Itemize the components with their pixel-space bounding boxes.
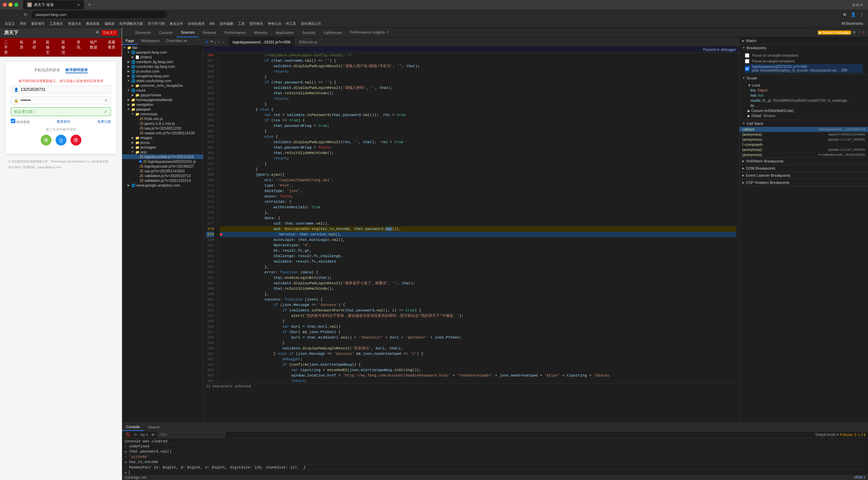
line-num-365[interactable]: 365	[206, 156, 214, 161]
ft-item-google-analytics[interactable]: ▶ 🌐 www.google-analytics.com	[122, 183, 203, 188]
line-num-404[interactable]: 404	[206, 367, 214, 373]
bookmark-item[interactable]: 逆向测试公示	[299, 21, 323, 27]
console-tab-search[interactable]: Search	[144, 424, 164, 430]
line-num-393[interactable]: 393	[206, 308, 214, 313]
more-icon[interactable]: ⋮	[857, 30, 861, 35]
line-num-374[interactable]: 374	[206, 205, 214, 210]
login-pwd-tab[interactable]: 账号密码登录	[65, 68, 88, 73]
line-num-383[interactable]: 383	[206, 253, 214, 259]
line-num-371[interactable]: 371	[206, 188, 214, 194]
tab-close-button[interactable]: ✕	[77, 3, 80, 7]
free-register-link[interactable]: 免费注册	[97, 119, 111, 124]
ft-item-recaptcha[interactable]: ▶ 🌐 recaptcha.fang.com	[122, 74, 203, 78]
closure-scope-header[interactable]: ▶ Closure (initSlideMathCode)	[745, 108, 863, 113]
ft-item-pcjs[interactable]: ▼ 📁 pcjs	[122, 150, 203, 154]
tab-network[interactable]: Network	[199, 28, 220, 37]
tab-console[interactable]: Console	[155, 28, 177, 37]
ft-item-pcimages[interactable]: ▶ 📁 pcimages	[122, 145, 203, 150]
ft-more-icon[interactable]: ⋮	[197, 37, 203, 45]
bookmark-item[interactable]: 工具	[236, 21, 247, 27]
reload-button[interactable]: ↻	[22, 12, 29, 18]
ft-item-countpvn[interactable]: ▶ 🌐 countpvn.3g.fang.com	[122, 59, 203, 64]
console-filter-icon[interactable]: ⊙	[133, 432, 138, 437]
line-num-368[interactable]: 368	[206, 172, 214, 177]
line-num-372[interactable]: 372	[206, 194, 214, 199]
bookmark-item[interactable]: 神奇云台	[266, 21, 283, 27]
console-filter-input[interactable]	[157, 432, 225, 437]
bookmark-item[interactable]: 留学相关	[248, 21, 265, 27]
line-num-346[interactable]: 346	[206, 53, 214, 58]
nav-item-资讯[interactable]: 资讯	[73, 38, 86, 57]
wechat-login-button[interactable]: 微	[41, 135, 52, 146]
dom-header[interactable]: ▶ DOM Breakpoints	[739, 165, 868, 172]
console-line-prompt[interactable]: ⊳	[125, 470, 865, 475]
password-input[interactable]	[21, 98, 104, 103]
bookmark-item[interactable]: k8s	[208, 21, 217, 26]
line-num-389[interactable]: 389	[206, 286, 214, 291]
bookmark-item[interactable]: AI工具	[284, 21, 298, 27]
ft-item-passport-dir[interactable]: ▼ 📁 passport	[122, 107, 203, 112]
line-num-373[interactable]: 373	[206, 199, 214, 205]
ft-item-jquery[interactable]: JS jquery-1.8.1.min.js	[122, 121, 203, 126]
xhr-header[interactable]: ▶ XHR/fetch Breakpoints	[739, 158, 868, 165]
weibo-login-button[interactable]: 微	[71, 135, 81, 146]
tab-elements[interactable]: Elements	[131, 28, 155, 37]
reset-pwd-link[interactable]: 重置密码	[57, 119, 70, 124]
console-eye-icon[interactable]: 👁	[150, 433, 156, 437]
menu-button[interactable]: ⋮	[859, 12, 865, 18]
ft-item-navigation[interactable]: ▶ 📁 navigation	[122, 102, 203, 107]
line-num-400[interactable]: 400	[206, 346, 214, 351]
nav-item-房价[interactable]: 房价	[28, 38, 42, 57]
line-num-381[interactable]: 381	[206, 243, 214, 248]
nav-item-装修宝[interactable]: 装修宝	[42, 38, 57, 57]
line-num-379[interactable]: 379	[206, 232, 214, 237]
call-stack-item-anon2[interactable]: (anonymous) jgsswpc.1.0.1.js?_2000261	[739, 137, 868, 142]
csp-header[interactable]: ▶ CSP Violation Breakpoints	[739, 179, 868, 186]
line-num-397[interactable]: 397	[206, 329, 214, 335]
ft-tab-workspace[interactable]: Workspace	[138, 37, 163, 45]
line-num-363[interactable]: 363	[206, 145, 214, 150]
ft-item-common-recaptcha[interactable]: ▶ 📁 common_m/m_recaptcha	[122, 83, 203, 88]
tab-sources[interactable]: Sources	[177, 28, 198, 37]
ft-tab-overrides[interactable]: Overrides ≫	[163, 37, 191, 45]
line-num-361[interactable]: 361	[206, 134, 214, 139]
line-num-385[interactable]: 385	[206, 264, 214, 270]
console-tab-console[interactable]: Console	[122, 423, 144, 431]
ft-item-nav[interactable]: JS nav.js?v=201901141001	[122, 169, 203, 173]
console-levels[interactable]: Default levels ▾	[815, 433, 839, 437]
address-input[interactable]	[32, 11, 167, 18]
code-tab-loginbypassword[interactable]: loginbypassword…31031.js?v=006	[229, 37, 295, 47]
line-num-369[interactable]: 369	[206, 177, 214, 183]
ft-item-sea[interactable]: JS sea.js?v=2016011220	[122, 126, 203, 131]
call-stack-item-anon1[interactable]: (anonymous) app.js?v=20181214164661	[739, 132, 868, 137]
settings-icon[interactable]: ⚙	[852, 30, 856, 35]
code-content[interactable]: 346 347 348 349 350 351 352 353 354 355	[203, 53, 739, 422]
line-num-401[interactable]: 401	[206, 351, 214, 357]
minimize-button[interactable]	[8, 3, 13, 7]
bookmark-item[interactable]: 编辑器	[102, 21, 117, 27]
tab-application[interactable]: Application	[272, 28, 298, 37]
line-num-395[interactable]: 395	[206, 319, 214, 324]
ft-item-countuvbn[interactable]: ▶ 🌐 countuvbn.3g.fang.com	[122, 64, 203, 69]
line-num-349[interactable]: 349	[206, 69, 214, 74]
nav-item-直播看房[interactable]: 直播看房	[104, 38, 122, 57]
tab-performance[interactable]: Performance	[220, 28, 250, 37]
step-over-icon[interactable]: ↷	[210, 40, 213, 44]
line-num-384[interactable]: 384	[206, 259, 214, 264]
close-button[interactable]	[3, 3, 7, 7]
line-num-394[interactable]: 394	[206, 313, 214, 319]
call-stack-item-computed[interactable]: f.<computed>	[739, 142, 868, 147]
nav-item-二手房[interactable]: 二手房	[0, 38, 16, 57]
call-stack-item-anon3[interactable]: (anonymous) jgsswpc.1.0.1.js?_2000261	[739, 147, 868, 152]
local-scope-header[interactable]: ▼ Local	[745, 83, 863, 88]
nav-item-地产数据[interactable]: 地产数据	[86, 38, 104, 57]
bookmark-item[interactable]: 资源大全	[66, 21, 83, 27]
nav-item-租房[interactable]: 租房	[16, 38, 29, 57]
ft-item-count[interactable]: ▼ 🌐 count	[122, 88, 203, 93]
line-num-402[interactable]: 402	[206, 357, 214, 362]
profile-button[interactable]: 👤	[849, 12, 857, 18]
ft-item-gacpv[interactable]: ▶ 📁 gacpv/v/new	[122, 93, 203, 97]
line-num-391[interactable]: 391	[206, 297, 214, 302]
line-num-355[interactable]: 355	[206, 101, 214, 107]
auto-login-checkbox[interactable]: 自动登录	[11, 119, 30, 124]
